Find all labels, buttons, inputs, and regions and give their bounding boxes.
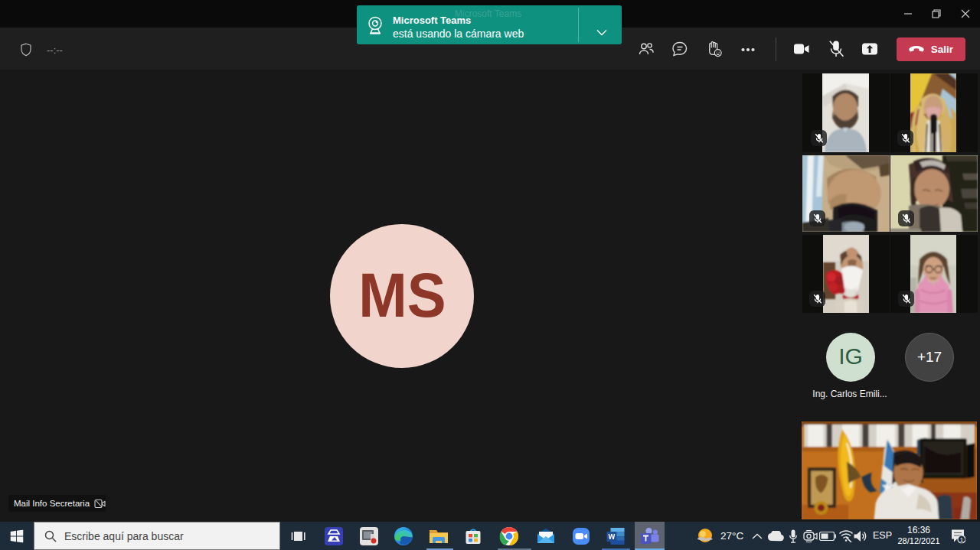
svg-text:1: 1 [960, 536, 964, 543]
